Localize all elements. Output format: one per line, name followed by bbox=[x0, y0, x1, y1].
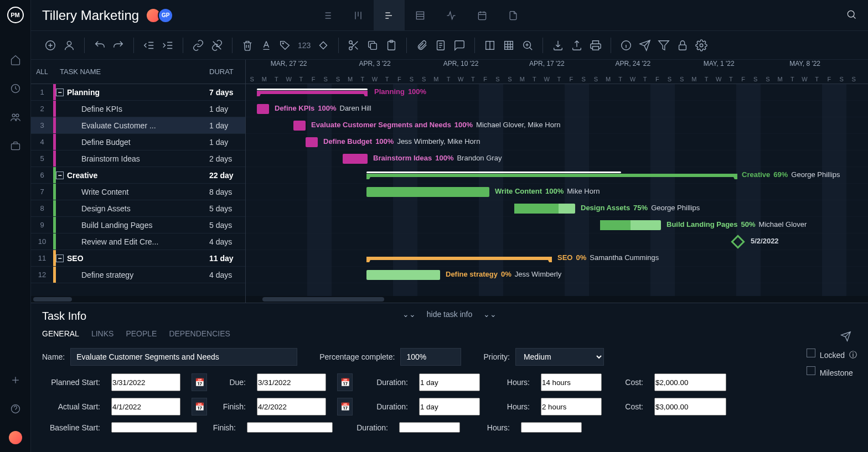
due-input[interactable] bbox=[257, 373, 326, 391]
chevron-down-icon[interactable]: ⌄⌄ bbox=[483, 310, 497, 319]
tab-people[interactable]: PEOPLE bbox=[126, 329, 157, 338]
comment-icon[interactable] bbox=[451, 37, 468, 54]
task-row[interactable]: 1 − Planning 7 days bbox=[31, 84, 245, 101]
hours-input-1[interactable] bbox=[541, 373, 602, 391]
board-view-icon[interactable] bbox=[343, 0, 374, 31]
home-icon[interactable] bbox=[9, 53, 22, 66]
chevron-down-icon[interactable]: ⌄⌄ bbox=[402, 310, 416, 319]
cost-input-2[interactable] bbox=[654, 398, 726, 415]
indent-icon[interactable] bbox=[159, 37, 176, 54]
col-duration[interactable]: DURAT bbox=[209, 67, 245, 76]
task-row[interactable]: 10 Review and Edit Cre... 4 days bbox=[31, 233, 245, 250]
cost-input-1[interactable] bbox=[654, 373, 726, 391]
task-row[interactable]: 3 Evaluate Customer ... 1 day bbox=[31, 117, 245, 134]
collapse-icon[interactable]: − bbox=[56, 89, 64, 96]
gantt-task-bar[interactable] bbox=[366, 187, 489, 197]
copy-icon[interactable] bbox=[364, 37, 381, 54]
hide-task-info-link[interactable]: hide task info bbox=[427, 310, 473, 319]
duration-input-1[interactable] bbox=[419, 373, 480, 391]
calendar-icon[interactable]: 📅 bbox=[337, 398, 353, 415]
note-icon[interactable] bbox=[432, 37, 449, 54]
gantt-row[interactable]: Design Assets75%George Phillips bbox=[246, 200, 868, 217]
zoom-icon[interactable] bbox=[519, 37, 536, 54]
export-icon[interactable] bbox=[569, 37, 585, 54]
project-members[interactable]: GP bbox=[149, 8, 173, 23]
gantt-row[interactable]: 5/2/2022 bbox=[246, 233, 868, 250]
delete-icon[interactable] bbox=[239, 37, 256, 54]
finish-input[interactable] bbox=[257, 398, 326, 415]
info-icon[interactable] bbox=[618, 37, 634, 54]
search-icon[interactable] bbox=[846, 9, 857, 22]
gantt-row[interactable]: Brainstorm Ideas100%Brandon Gray bbox=[246, 150, 868, 167]
gantt-task-bar[interactable] bbox=[257, 104, 269, 114]
collapse-icon[interactable]: − bbox=[56, 254, 64, 262]
team-icon[interactable] bbox=[9, 111, 22, 124]
undo-icon[interactable] bbox=[91, 37, 108, 54]
link-icon[interactable] bbox=[190, 37, 206, 54]
list-view-icon[interactable] bbox=[312, 0, 343, 31]
pct-input[interactable] bbox=[400, 348, 461, 366]
task-row[interactable]: 2 Define KPIs 1 day bbox=[31, 101, 245, 117]
filter-icon[interactable] bbox=[655, 37, 672, 54]
col-task-name[interactable]: TASK NAME bbox=[53, 67, 209, 76]
info-icon[interactable]: ⓘ bbox=[849, 350, 857, 360]
help-icon[interactable] bbox=[9, 402, 22, 415]
baseline-duration-input[interactable] bbox=[399, 422, 460, 433]
baseline-start-input[interactable] bbox=[111, 422, 197, 433]
col-all[interactable]: ALL bbox=[31, 68, 53, 76]
cut-icon[interactable] bbox=[345, 37, 362, 54]
gantt-task-bar[interactable] bbox=[366, 270, 440, 280]
task-row[interactable]: 9 Build Landing Pages 5 days bbox=[31, 217, 245, 233]
gantt-row[interactable]: Write Content100%Mike Horn bbox=[246, 184, 868, 200]
gantt-task-bar[interactable] bbox=[343, 154, 368, 164]
send-icon[interactable] bbox=[637, 37, 653, 54]
gantt-row[interactable]: Build Landing Pages50%Michael Glover bbox=[246, 217, 868, 233]
gantt-group-bar[interactable] bbox=[257, 91, 368, 94]
import-icon[interactable] bbox=[550, 37, 566, 54]
grid-icon[interactable] bbox=[500, 37, 517, 54]
gantt-row[interactable]: Evaluate Customer Segments and Needs100%… bbox=[246, 117, 868, 134]
clock-icon[interactable] bbox=[9, 82, 22, 95]
activity-view-icon[interactable] bbox=[436, 0, 467, 31]
send-plane-icon[interactable] bbox=[840, 331, 851, 344]
gantt-row[interactable]: Define Budget100%Jess Wimberly, Mike Hor… bbox=[246, 134, 868, 150]
settings-icon[interactable] bbox=[693, 37, 710, 54]
task-row[interactable]: 5 Brainstorm Ideas 2 days bbox=[31, 150, 245, 167]
gantt-row[interactable]: Define KPIs100%Daren Hill bbox=[246, 101, 868, 117]
calendar-icon[interactable]: 📅 bbox=[192, 398, 207, 415]
plus-icon[interactable] bbox=[9, 373, 22, 387]
sheet-view-icon[interactable] bbox=[405, 0, 436, 31]
gantt-row[interactable]: SEO0%Samantha Cummings bbox=[246, 250, 868, 267]
calendar-view-icon[interactable] bbox=[467, 0, 498, 31]
milestone-icon[interactable] bbox=[315, 37, 332, 54]
lock-icon[interactable] bbox=[674, 37, 691, 54]
duration-input-2[interactable] bbox=[419, 398, 480, 415]
milestone-diamond[interactable] bbox=[731, 235, 745, 248]
hours-input-2[interactable] bbox=[541, 398, 602, 415]
milestone-checkbox[interactable] bbox=[807, 366, 815, 375]
priority-select[interactable]: Medium bbox=[515, 348, 604, 366]
tag-icon[interactable] bbox=[277, 37, 293, 54]
locked-checkbox[interactable] bbox=[807, 349, 815, 357]
task-row[interactable]: 12 Define strategy 4 days bbox=[31, 267, 245, 283]
add-task-icon[interactable] bbox=[42, 37, 59, 54]
tab-general[interactable]: GENERAL bbox=[42, 329, 79, 338]
collapse-icon[interactable]: − bbox=[56, 172, 64, 179]
gantt-task-bar[interactable] bbox=[514, 204, 575, 214]
gantt-row[interactable]: Creative69%George Phillips bbox=[246, 167, 868, 184]
columns-icon[interactable] bbox=[482, 37, 498, 54]
name-input[interactable] bbox=[70, 348, 297, 366]
gantt-row[interactable]: Planning100% bbox=[246, 84, 868, 101]
gantt-task-bar[interactable] bbox=[306, 137, 318, 147]
app-logo[interactable]: PM bbox=[7, 7, 24, 23]
baseline-finish-input[interactable] bbox=[247, 422, 333, 433]
task-row[interactable]: 7 Write Content 8 days bbox=[31, 184, 245, 200]
task-row[interactable]: 4 Define Budget 1 day bbox=[31, 134, 245, 150]
paste-icon[interactable] bbox=[383, 37, 400, 54]
gantt-task-bar[interactable] bbox=[293, 121, 306, 131]
text-color-icon[interactable] bbox=[258, 37, 275, 54]
unlink-icon[interactable] bbox=[209, 37, 225, 54]
baseline-hours-input[interactable] bbox=[521, 422, 582, 433]
planned-start-input[interactable] bbox=[111, 373, 180, 391]
calendar-icon[interactable]: 📅 bbox=[192, 373, 207, 391]
